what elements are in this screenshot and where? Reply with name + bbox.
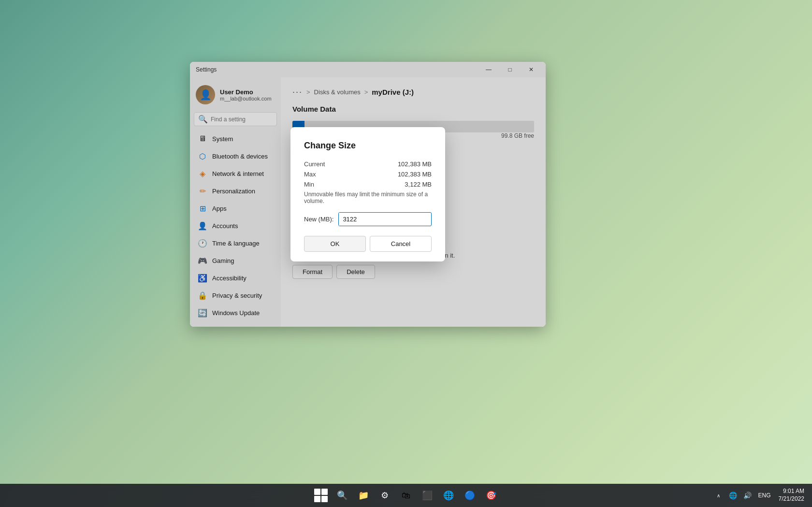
system-tray-icons: ∧ 🌐 🔊 <box>712 486 754 505</box>
new-mb-input-wrapper[interactable]: ✕ <box>338 212 432 226</box>
tray-network-icon: 🌐 <box>729 492 737 499</box>
taskbar-store-button[interactable]: 🛍 <box>396 486 416 505</box>
desktop: Settings — □ ✕ 👤 User Demo m__lab@outloo… <box>0 0 812 507</box>
taskbar: 🔍 📁 ⚙ 🛍 ⬛ 🌐 🔵 🎯 <box>0 484 812 507</box>
language-indicator[interactable]: ENG <box>756 490 773 501</box>
system-clock[interactable]: 9:01 AM 7/21/2022 <box>775 486 808 505</box>
current-value: 102,383 MB <box>398 160 432 168</box>
dialog-current-row: Current 102,383 MB <box>304 160 432 168</box>
dialog-footer: OK Cancel <box>304 236 432 252</box>
max-label: Max <box>304 171 316 178</box>
taskbar-extra-icon: 🎯 <box>486 490 496 501</box>
start-button[interactable] <box>311 486 331 505</box>
taskbar-terminal-button[interactable]: ⬛ <box>418 486 437 505</box>
dialog-cancel-button[interactable]: Cancel <box>370 236 432 252</box>
min-value: 3,122 MB <box>405 181 432 188</box>
dialog-overlay: Change Size Current 102,383 MB Max 102,3… <box>190 62 546 327</box>
taskbar-search-icon: 🔍 <box>337 490 348 501</box>
tray-chevron-button[interactable]: ∧ <box>712 486 725 505</box>
taskbar-chrome-button[interactable]: 🔵 <box>460 486 479 505</box>
taskbar-center: 🔍 📁 ⚙ 🛍 ⬛ 🌐 🔵 🎯 <box>311 486 501 505</box>
taskbar-settings-button[interactable]: ⚙ <box>375 486 394 505</box>
taskbar-settings-icon: ⚙ <box>381 490 389 501</box>
new-mb-input[interactable] <box>339 213 428 226</box>
taskbar-edge-icon: 🌐 <box>443 490 454 501</box>
dialog-clear-button[interactable]: ✕ <box>428 214 432 225</box>
tray-speaker-icon: 🔊 <box>743 492 752 499</box>
taskbar-store-icon: 🛍 <box>402 491 410 501</box>
taskbar-right: ∧ 🌐 🔊 ENG 9:01 AM 7/21/2022 <box>712 486 812 505</box>
taskbar-chrome-icon: 🔵 <box>464 490 475 501</box>
settings-window: Settings — □ ✕ 👤 User Demo m__lab@outloo… <box>190 62 546 327</box>
dialog-note: Unmovable files may limit the minimum si… <box>304 191 432 204</box>
tray-network-button[interactable]: 🌐 <box>726 486 740 505</box>
taskbar-extra-button[interactable]: 🎯 <box>481 486 501 505</box>
tray-chevron-icon: ∧ <box>717 493 720 498</box>
dialog-min-row: Min 3,122 MB <box>304 181 432 188</box>
taskbar-terminal-icon: ⬛ <box>422 490 433 501</box>
max-value: 102,383 MB <box>398 171 432 178</box>
min-label: Min <box>304 181 314 188</box>
dialog-max-row: Max 102,383 MB <box>304 171 432 178</box>
change-size-dialog: Change Size Current 102,383 MB Max 102,3… <box>290 127 445 261</box>
new-mb-label: New (MB): <box>304 216 334 223</box>
clock-date: 7/21/2022 <box>779 495 804 503</box>
dialog-input-row: New (MB): ✕ <box>304 212 432 226</box>
tray-speaker-button[interactable]: 🔊 <box>741 486 754 505</box>
taskbar-search-button[interactable]: 🔍 <box>333 486 352 505</box>
taskbar-edge-button[interactable]: 🌐 <box>439 486 458 505</box>
taskbar-file-explorer-button[interactable]: 📁 <box>354 486 373 505</box>
windows-logo-icon <box>313 488 329 503</box>
dialog-ok-button[interactable]: OK <box>304 236 366 252</box>
current-label: Current <box>304 160 325 168</box>
taskbar-file-explorer-icon: 📁 <box>358 490 369 501</box>
dialog-title: Change Size <box>304 141 432 151</box>
clock-time: 9:01 AM <box>783 488 804 495</box>
